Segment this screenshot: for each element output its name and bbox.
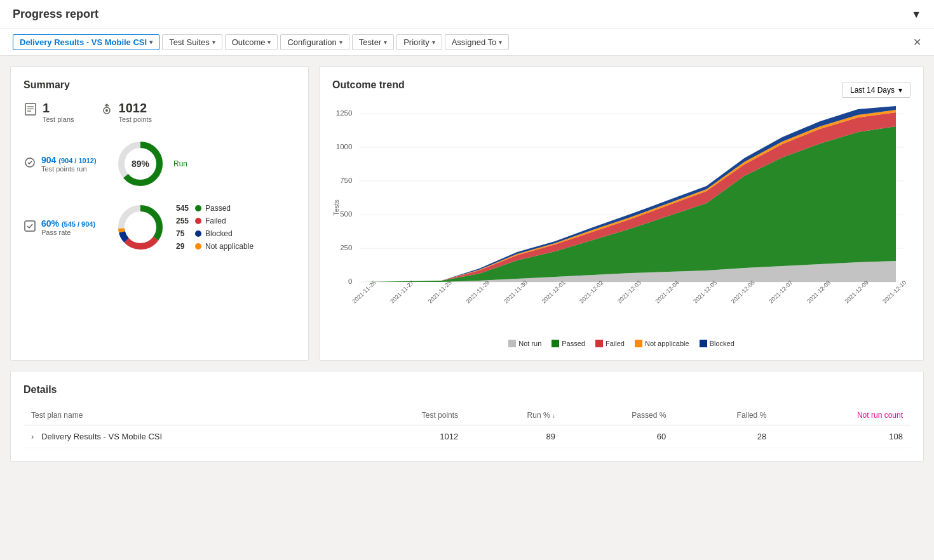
not-run-legend-dot	[508, 340, 516, 347]
summary-card: Summary 1 Test plans	[10, 66, 309, 361]
test-plans-count: 1	[43, 101, 74, 116]
filter-priority[interactable]: Priority ▾	[396, 34, 442, 50]
chart-legend-blocked: Blocked	[700, 340, 734, 347]
row-test-points: 1012	[350, 425, 466, 448]
details-title: Details	[24, 384, 910, 396]
chevron-down-icon: ▾	[149, 39, 152, 46]
sort-icon: ↓	[552, 412, 555, 419]
svg-text:2021-11-29: 2021-11-29	[464, 279, 491, 304]
filter-configuration[interactable]: Configuration ▾	[280, 34, 349, 50]
col-passed-pct: Passed %	[563, 406, 673, 425]
svg-text:2021-11-30: 2021-11-30	[503, 279, 529, 304]
test-plans-stat: 1 Test plans	[24, 101, 74, 123]
chart-legend-passed: Passed	[552, 340, 585, 347]
test-points-label: Test points	[119, 116, 152, 123]
not-applicable-legend-dot	[635, 340, 642, 347]
svg-text:2021-12-07: 2021-12-07	[768, 279, 794, 304]
legend-passed: 545 Passed	[176, 204, 254, 213]
filter-outcome[interactable]: Outcome ▾	[225, 34, 278, 50]
svg-text:2021-11-27: 2021-11-27	[389, 279, 415, 304]
page-header: Progress report ▼	[0, 0, 934, 29]
pass-rate-label: Pass rate	[41, 229, 95, 236]
blocked-legend-dot	[700, 340, 707, 347]
outcome-card: Outcome trend Last 14 Days ▾ 1250 1000 7…	[319, 66, 924, 361]
col-test-points: Test points	[350, 406, 466, 425]
svg-text:2021-12-10: 2021-12-10	[881, 279, 907, 304]
test-points-run-left: 904 (904 / 1012) Test points run	[24, 155, 100, 173]
test-points-run-number: 904	[41, 155, 56, 165]
row-passed-pct: 60	[563, 425, 673, 448]
pass-rate-left: 60% (545 / 904) Pass rate	[24, 218, 100, 236]
chart-legend: Not run Passed Failed Not applicable Blo…	[332, 340, 910, 347]
chevron-down-icon: ▾	[499, 39, 502, 46]
passed-legend-dot	[552, 340, 559, 347]
run-text-label: Run	[173, 159, 187, 168]
chevron-down-icon: ▾	[212, 39, 215, 46]
run-donut-chart: 89%	[115, 138, 166, 189]
svg-marker-29	[365, 126, 896, 282]
svg-text:2021-11-26: 2021-11-26	[351, 279, 377, 304]
svg-text:2021-12-03: 2021-12-03	[616, 279, 642, 304]
legend-not-applicable: 29 Not applicable	[176, 242, 254, 251]
svg-text:0: 0	[348, 277, 352, 285]
chevron-down-icon: ▾	[432, 39, 435, 46]
row-failed-pct: 28	[673, 425, 774, 448]
chart-legend-not-run: Not run	[508, 340, 541, 347]
pass-rate-fraction: (545 / 904)	[62, 220, 95, 228]
col-failed-pct: Failed %	[673, 406, 774, 425]
test-points-run-row: 904 (904 / 1012) Test points run	[24, 138, 295, 189]
failed-legend-dot	[595, 340, 603, 347]
summary-title: Summary	[24, 79, 295, 91]
outcome-trend-title: Outcome trend	[332, 79, 405, 91]
not-applicable-dot	[195, 243, 201, 250]
pass-rate-number: 60%	[41, 218, 59, 229]
row-run-pct: 89	[466, 425, 563, 448]
svg-point-5	[105, 109, 108, 112]
svg-text:2021-11-28: 2021-11-28	[427, 279, 453, 304]
test-points-icon	[100, 102, 114, 119]
svg-text:2021-12-06: 2021-12-06	[730, 279, 756, 304]
svg-text:1000: 1000	[336, 143, 353, 150]
filter-tester[interactable]: Tester ▾	[352, 34, 394, 50]
chevron-down-icon: ▾	[339, 39, 342, 46]
filter-assigned-to[interactable]: Assigned To ▾	[445, 34, 510, 50]
pass-rate-row: 60% (545 / 904) Pass rate	[24, 202, 295, 253]
date-range-button[interactable]: Last 14 Days ▾	[842, 83, 910, 98]
pass-rate-donut-chart	[115, 202, 166, 253]
main-content: Summary 1 Test plans	[0, 56, 934, 472]
failed-dot	[195, 218, 201, 224]
svg-text:2021-12-04: 2021-12-04	[654, 279, 680, 304]
expand-row-button[interactable]: ›	[31, 432, 34, 441]
svg-text:Tests: Tests	[332, 199, 340, 216]
chevron-down-icon: ▾	[384, 39, 387, 46]
svg-text:2021-12-01: 2021-12-01	[541, 279, 567, 304]
svg-text:2021-12-02: 2021-12-02	[578, 279, 604, 304]
col-run-pct: Run % ↓	[466, 406, 563, 425]
svg-text:2021-12-05: 2021-12-05	[692, 279, 718, 304]
col-not-run-count: Not run count	[774, 406, 910, 425]
chevron-down-icon: ▾	[267, 39, 271, 46]
passed-dot	[195, 205, 201, 211]
filter-close-button[interactable]: ✕	[913, 36, 921, 48]
svg-text:1250: 1250	[336, 109, 353, 117]
svg-text:750: 750	[340, 177, 352, 184]
filter-icon[interactable]: ▼	[911, 9, 921, 20]
svg-text:500: 500	[340, 210, 352, 218]
test-plans-icon	[24, 102, 37, 119]
filter-delivery-results[interactable]: Delivery Results - VS Mobile CSI ▾	[13, 34, 159, 50]
chart-area: 1250 1000 750 500 250 0 Tests	[332, 106, 910, 335]
svg-text:2021-12-08: 2021-12-08	[806, 279, 832, 304]
filter-bar: Delivery Results - VS Mobile CSI ▾ Test …	[0, 29, 934, 56]
table-row: › Delivery Results - VS Mobile CSI 1012 …	[24, 425, 910, 448]
test-points-count: 1012	[119, 101, 152, 116]
blocked-dot	[195, 230, 201, 237]
chart-legend-failed: Failed	[595, 340, 625, 347]
chevron-down-icon: ▾	[898, 86, 902, 95]
filter-test-suites[interactable]: Test Suites ▾	[162, 34, 222, 50]
page-title: Progress report	[13, 8, 98, 21]
details-table: Test plan name Test points Run % ↓ Passe…	[24, 406, 910, 448]
svg-text:250: 250	[340, 244, 352, 251]
summary-stats: 1 Test plans 1012 Test points	[24, 101, 295, 123]
test-plans-label: Test plans	[43, 116, 74, 123]
pass-rate-legend: 545 Passed 255 Failed 75 Blocked	[176, 204, 254, 251]
